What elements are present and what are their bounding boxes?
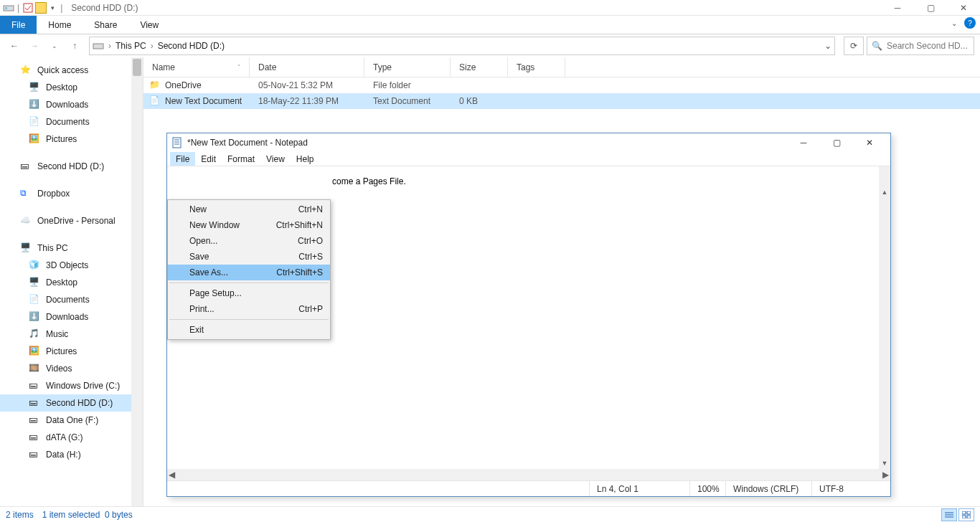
maximize-button[interactable]: ▢ — [914, 0, 947, 16]
col-type[interactable]: Type — [364, 57, 451, 77]
tab-home[interactable]: Home — [37, 16, 83, 34]
menu-format[interactable]: Format — [222, 152, 260, 166]
qat-dropdown-icon[interactable]: ▾ — [51, 4, 55, 11]
nav-dropbox[interactable]: ⧉Dropbox — [0, 185, 143, 202]
scroll-left-icon[interactable]: ◀ — [169, 470, 175, 480]
filemenu-item[interactable]: New WindowCtrl+Shift+N — [168, 217, 330, 233]
nav-downloads[interactable]: ⬇️Downloads📌 — [0, 96, 143, 113]
filemenu-item[interactable]: SaveCtrl+S — [168, 249, 330, 265]
text-file-icon: 📄 — [149, 95, 161, 107]
up-button[interactable]: ↑ — [66, 37, 83, 54]
pictures-icon: 🖼️ — [29, 133, 40, 145]
column-headers[interactable]: Name˄ Date Type Size Tags — [143, 57, 980, 77]
breadcrumb-thispc[interactable]: This PC — [116, 41, 146, 51]
refresh-button[interactable]: ⟳ — [844, 37, 864, 55]
thumbnails-view-button[interactable] — [958, 508, 974, 521]
scroll-right-icon[interactable]: ▶ — [882, 470, 889, 480]
nav-scrollbar[interactable] — [131, 57, 143, 506]
nav-documents2[interactable]: 📄Documents — [0, 291, 143, 308]
status-eol: Windows (CRLF) — [725, 481, 811, 496]
address-dropdown-icon[interactable]: ⌄ — [824, 41, 831, 51]
address-bar[interactable]: › This PC › Second HDD (D:) ⌄ — [89, 37, 835, 55]
tab-view[interactable]: View — [128, 16, 170, 34]
downloads-icon: ⬇️ — [29, 311, 40, 323]
col-tags[interactable]: Tags — [508, 57, 565, 77]
details-view-button[interactable] — [941, 508, 957, 521]
filemenu-item[interactable]: Exit — [168, 322, 330, 338]
help-icon[interactable]: ? — [964, 17, 976, 29]
menu-help[interactable]: Help — [291, 152, 320, 166]
nav-this-pc[interactable]: 🖥️This PC — [0, 239, 143, 257]
qat-folder-icon[interactable] — [35, 2, 47, 14]
nav-3d-objects[interactable]: 🧊3D Objects — [0, 257, 143, 274]
filemenu-item[interactable]: Save As...Ctrl+Shift+S — [168, 265, 330, 280]
scroll-down-icon[interactable]: ▼ — [879, 457, 890, 469]
notepad-maximize-button[interactable]: ▢ — [820, 133, 853, 152]
filemenu-item[interactable]: Page Setup... — [168, 285, 330, 301]
search-input[interactable]: 🔍 Search Second HD... — [867, 37, 974, 55]
nav-g-drive[interactable]: 🖴dATA (G:) — [0, 429, 143, 446]
filemenu-item[interactable]: Open...Ctrl+O — [168, 233, 330, 249]
nav-onedrive[interactable]: ☁️OneDrive - Personal — [0, 212, 143, 229]
svg-rect-3 — [93, 44, 103, 49]
notepad-minimize-button[interactable]: ─ — [787, 133, 820, 152]
scroll-up-icon[interactable]: ▲ — [879, 186, 890, 198]
menu-view[interactable]: View — [260, 152, 291, 166]
table-row[interactable]: 📁OneDrive 05-Nov-21 5:32 PM File folder — [143, 77, 980, 93]
tab-file[interactable]: File — [0, 16, 37, 34]
notepad-vscrollbar[interactable]: ▲ ▼ — [879, 166, 890, 469]
nav-c-drive[interactable]: 🖴Windows Drive (C:) — [0, 377, 143, 394]
cloud-icon: ☁️ — [20, 215, 32, 227]
scroll-thumb[interactable] — [133, 59, 141, 76]
desktop-icon: 🖥️ — [29, 277, 40, 288]
nav-desktop2[interactable]: 🖥️Desktop — [0, 274, 143, 291]
notepad-text-area[interactable]: come a Pages File. ▲ ▼ NewCtrl+NNew Wind… — [167, 166, 890, 469]
nav-h-drive[interactable]: 🖴Data (H:) — [0, 446, 143, 463]
menu-file[interactable]: File — [170, 152, 195, 166]
col-date[interactable]: Date — [250, 57, 364, 77]
filemenu-item-label: Print... — [189, 304, 215, 314]
col-size[interactable]: Size — [451, 57, 508, 77]
nav-second-hdd[interactable]: 🖴Second HDD (D:) — [0, 158, 143, 175]
drive-icon: 🖴 — [20, 161, 32, 172]
notepad-close-button[interactable]: ✕ — [853, 133, 886, 152]
filemenu-item[interactable]: NewCtrl+N — [168, 201, 330, 217]
breadcrumb-location[interactable]: Second HDD (D:) — [158, 41, 225, 51]
nav-downloads2[interactable]: ⬇️Downloads — [0, 308, 143, 326]
nav-documents[interactable]: 📄Documents📌 — [0, 113, 143, 130]
chevron-right-icon[interactable]: › — [108, 41, 111, 51]
filemenu-item-shortcut: Ctrl+N — [298, 204, 323, 214]
nav-pane[interactable]: ⭐Quick access 🖥️Desktop📌 ⬇️Downloads📌 📄D… — [0, 57, 143, 506]
notepad-window[interactable]: *New Text Document - Notepad ─ ▢ ✕ File … — [166, 133, 891, 497]
nav-videos[interactable]: 🎞️Videos — [0, 360, 143, 377]
nav-music[interactable]: 🎵Music — [0, 326, 143, 343]
svg-rect-2 — [24, 4, 32, 12]
nav-d-drive[interactable]: 🖴Second HDD (D:) — [0, 394, 143, 412]
nav-f-drive[interactable]: 🖴Data One (F:) — [0, 412, 143, 429]
drive-icon: 🖴 — [29, 432, 40, 443]
chevron-right-icon[interactable]: › — [151, 41, 154, 51]
drive-icon: 🖴 — [29, 397, 40, 409]
nav-desktop[interactable]: 🖥️Desktop📌 — [0, 79, 143, 96]
col-name[interactable]: Name˄ — [143, 57, 250, 77]
nav-pictures2[interactable]: 🖼️Pictures — [0, 343, 143, 360]
qat-props-icon[interactable] — [22, 2, 34, 14]
notepad-titlebar[interactable]: *New Text Document - Notepad ─ ▢ ✕ — [167, 133, 890, 152]
filemenu-item-label: New Window — [189, 220, 240, 230]
minimize-button[interactable]: ─ — [881, 0, 914, 16]
recent-dropdown-icon[interactable]: ⌄ — [46, 37, 63, 54]
notepad-hscrollbar[interactable]: ◀ ▶ — [167, 469, 890, 480]
music-icon: 🎵 — [29, 328, 40, 340]
filemenu-item-label: Save — [189, 252, 209, 262]
menu-edit[interactable]: Edit — [195, 152, 222, 166]
forward-button[interactable]: → — [26, 37, 43, 54]
table-row[interactable]: 📄New Text Document 18-May-22 11:39 PM Te… — [143, 93, 980, 109]
filemenu-item-shortcut: Ctrl+P — [298, 304, 323, 314]
tab-share[interactable]: Share — [83, 16, 128, 34]
nav-pictures[interactable]: 🖼️Pictures📌 — [0, 130, 143, 148]
back-button[interactable]: ← — [6, 37, 23, 54]
filemenu-item[interactable]: Print...Ctrl+P — [168, 301, 330, 317]
nav-quick-access[interactable]: ⭐Quick access — [0, 62, 143, 79]
close-button[interactable]: ✕ — [947, 0, 980, 16]
ribbon-collapse-icon[interactable]: ⌄ — [951, 19, 957, 27]
